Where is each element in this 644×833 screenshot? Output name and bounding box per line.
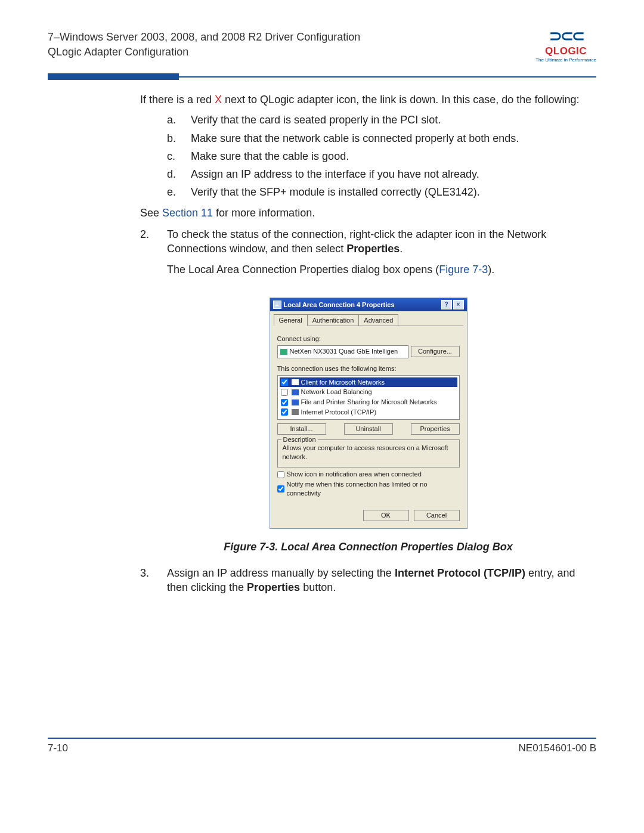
step3-text: Assign an IP address manually by selecti… [167, 566, 596, 595]
intro-paragraph: If there is a red X next to QLogic adapt… [140, 92, 596, 107]
install-button[interactable]: Install... [277, 423, 326, 435]
step2-line2: The Local Area Connection Properties dia… [167, 262, 596, 277]
notify-row[interactable]: Notify me when this connection has limit… [277, 480, 460, 498]
see-section: See Section 11 for more information. [140, 206, 596, 220]
tab-authentication[interactable]: Authentication [307, 314, 360, 326]
text-c: Make sure that the cable is good. [191, 149, 349, 163]
step2-bold: Properties [346, 243, 400, 255]
header-line1: 7–Windows Server 2003, 2008, and 2008 R2… [48, 30, 360, 45]
configure-button[interactable]: Configure... [411, 346, 460, 357]
chk-client-networks[interactable] [281, 379, 288, 386]
dialog-title: Local Area Connection 4 Properties [284, 301, 395, 309]
item-d: d.Assign an IP address to the interface … [167, 167, 596, 181]
description-text: Allows your computer to access resources… [283, 444, 454, 462]
item-c: c.Make sure that the cable is good. [167, 149, 596, 163]
text-a: Verify that the card is seated properly … [191, 113, 441, 127]
chk-file-printer[interactable] [281, 399, 288, 406]
letter-b: b. [167, 131, 191, 145]
header-line2: QLogic Adapter Configuration [48, 45, 360, 60]
qlogic-logo: ⊃⊂⊂ QLOGIC The Ultimate in Performance [535, 27, 596, 63]
item4-label: Internet Protocol (TCP/IP) [301, 408, 377, 417]
adapter-field[interactable]: NetXen NX3031 Quad GbE Intelligen [277, 345, 408, 358]
see-post: for more information. [213, 207, 315, 219]
adapter-name: NetXen NX3031 Quad GbE Intelligen [290, 347, 398, 356]
chk-show-icon[interactable] [277, 471, 284, 478]
description-label: Description [281, 435, 318, 444]
step2-line1: To check the status of the connection, r… [167, 227, 596, 256]
tab-general[interactable]: General [274, 314, 308, 326]
step2-l2-pre: The Local Area Connection Properties dia… [167, 264, 439, 275]
intro-post: next to QLogic adapter icon, the link is… [222, 94, 579, 106]
page-footer: 7-10 NE0154601-00 B [48, 738, 596, 754]
show-icon-label: Show icon in notification area when conn… [287, 470, 422, 479]
show-icon-row[interactable]: Show icon in notification area when conn… [277, 470, 460, 479]
network-icon: ⊥ [273, 301, 281, 309]
close-button[interactable]: × [453, 300, 464, 309]
step3-post: button. [300, 581, 336, 593]
item-e: e.Verify that the SFP+ module is install… [167, 185, 596, 199]
section-11-link[interactable]: Section 11 [162, 207, 213, 219]
header-rule [48, 76, 596, 78]
intro-pre: If there is a red [140, 94, 215, 106]
step-3: 3. Assign an IP address manually by sele… [140, 566, 596, 601]
client-icon [292, 379, 299, 385]
chk-nlb[interactable] [281, 389, 288, 396]
letter-d: d. [167, 167, 191, 181]
text-b: Make sure that the network cable is conn… [191, 131, 519, 145]
chk-tcpip[interactable] [281, 408, 288, 416]
file-printer-icon [292, 400, 299, 405]
connect-using-label: Connect using: [277, 335, 460, 343]
letter-c: c. [167, 149, 191, 163]
item2-label: Network Load Balancing [301, 388, 372, 397]
lac-properties-dialog: ⊥ Local Area Connection 4 Properties ? ×… [270, 298, 467, 529]
description-group: Description Allows your computer to acce… [277, 439, 460, 468]
step3-bold1: Internet Protocol (TCP/IP) [395, 567, 525, 579]
notify-label: Notify me when this connection has limit… [287, 480, 460, 498]
see-pre: See [140, 207, 162, 219]
item3-label: File and Printer Sharing for Microsoft N… [301, 398, 437, 407]
item-b: b.Make sure that the network cable is co… [167, 131, 596, 145]
properties-button[interactable]: Properties [411, 423, 460, 435]
item-tcpip[interactable]: Internet Protocol (TCP/IP) [280, 407, 457, 417]
uses-label: This connection uses the following items… [277, 364, 460, 373]
adapter-icon [280, 349, 287, 355]
step2-post: . [400, 243, 402, 255]
text-d: Assign an IP address to the interface if… [191, 167, 479, 181]
page-number: 7-10 [48, 742, 68, 754]
step3-bold2: Properties [247, 581, 300, 593]
item1-label: Client for Microsoft Networks [301, 378, 385, 387]
items-listbox[interactable]: Client for Microsoft Networks Network Lo… [277, 375, 460, 420]
tcpip-icon [292, 409, 299, 415]
figure-caption: Figure 7-3. Local Area Connection Proper… [140, 540, 596, 554]
letter-e: e. [167, 185, 191, 199]
uninstall-button[interactable]: Uninstall [344, 423, 393, 435]
dialog-tabs: General Authentication Advanced [274, 314, 463, 326]
logo-glyph-icon: ⊃⊂⊂ [535, 27, 596, 45]
tab-advanced[interactable]: Advanced [358, 314, 398, 326]
ok-button[interactable]: OK [363, 510, 409, 521]
letter-a: a. [167, 113, 191, 127]
logo-brand: QLOGIC [535, 45, 596, 57]
doc-number: NE0154601-00 B [519, 742, 596, 754]
cancel-button[interactable]: Cancel [414, 510, 460, 521]
chk-notify[interactable] [277, 485, 284, 493]
text-e: Verify that the SFP+ module is installed… [191, 185, 480, 199]
nlb-icon [292, 389, 299, 395]
step3-num: 3. [140, 566, 167, 601]
step2-num: 2. [140, 227, 167, 283]
item-a: a.Verify that the card is seated properl… [167, 113, 596, 127]
step2-l2-post: ). [488, 264, 494, 275]
logo-tagline: The Ultimate in Performance [535, 57, 596, 63]
item-file-printer[interactable]: File and Printer Sharing for Microsoft N… [280, 397, 457, 407]
help-button[interactable]: ? [441, 300, 452, 309]
step3-pre: Assign an IP address manually by selecti… [167, 567, 395, 579]
item-client-networks[interactable]: Client for Microsoft Networks [280, 377, 457, 388]
figure-7-3-link[interactable]: Figure 7-3 [439, 264, 488, 275]
red-x: X [215, 94, 222, 106]
item-nlb[interactable]: Network Load Balancing [280, 387, 457, 397]
step-2: 2. To check the status of the connection… [140, 227, 596, 283]
dialog-titlebar: ⊥ Local Area Connection 4 Properties ? × [270, 298, 467, 311]
